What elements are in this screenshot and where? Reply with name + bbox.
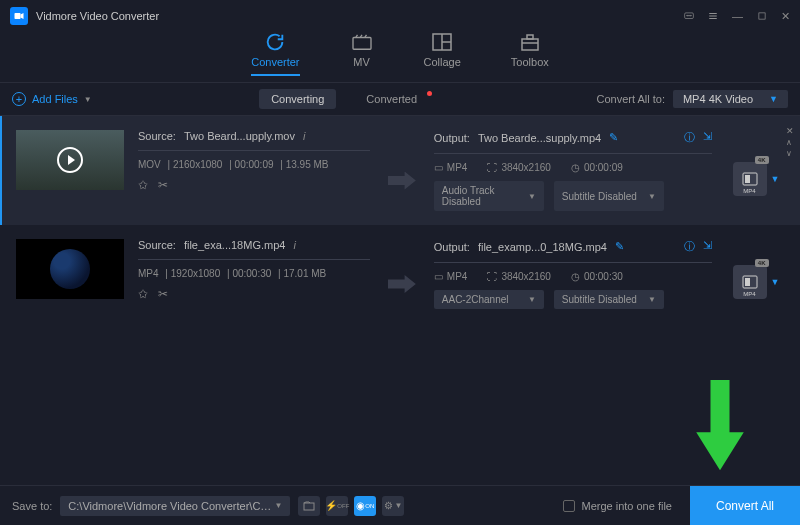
info-icon[interactable]: i [303,130,305,142]
close-icon[interactable]: ✕ [781,10,790,23]
save-to-label: Save to: [12,500,52,512]
format-icon: ▭ [434,271,443,282]
output-format-badge[interactable]: 4K MP4 [733,265,767,299]
chevron-down-icon[interactable]: ▼ [771,277,780,287]
info-icon[interactable]: ⓘ [684,239,695,254]
effects-icon[interactable]: ✩ [138,287,148,301]
converter-icon [263,32,287,52]
open-folder-button[interactable] [298,496,320,516]
info-icon[interactable]: ⓘ [684,130,695,145]
svg-rect-17 [745,175,750,183]
subtitle-select[interactable]: Subtitle Disabled▼ [554,290,664,309]
merge-checkbox[interactable]: Merge into one file [563,500,672,512]
maximize-icon[interactable] [757,10,767,23]
notification-dot [427,91,432,96]
remove-icon[interactable]: ✕ [786,126,794,136]
effects-icon[interactable]: ✩ [138,178,148,192]
clock-icon: ◷ [571,162,580,173]
subtitle-select[interactable]: Subtitle Disabled▼ [554,181,664,211]
chevron-down-icon[interactable]: ▼ [771,174,780,184]
audio-track-select[interactable]: Audio Track Disabled▼ [434,181,544,211]
arrow-icon [388,275,416,293]
info-icon[interactable]: i [293,239,295,251]
svg-rect-0 [15,13,21,19]
source-meta: MP4 | 1920x1080 | 00:00:30 | 17.01 MB [138,268,370,279]
app-title: Vidmore Video Converter [36,10,159,22]
clock-icon: ◷ [571,271,580,282]
video-thumbnail[interactable] [16,130,124,190]
arrow-icon [388,172,416,190]
convert-all-to-label: Convert All to: [596,93,664,105]
subtab-converted[interactable]: Converted [354,89,429,109]
earth-thumbnail [50,249,90,289]
svg-rect-20 [304,503,314,510]
move-up-icon[interactable]: ∧ [786,138,794,147]
edit-icon[interactable]: ✎ [609,131,618,144]
audio-track-select[interactable]: AAC-2Channel▼ [434,290,544,309]
add-files-button[interactable]: + Add Files ▼ [12,92,92,106]
resolution-icon: ⛶ [487,271,497,282]
format-icon: ▭ [434,162,443,173]
svg-rect-19 [745,278,750,286]
toolbox-icon [518,32,542,52]
app-logo [10,7,28,25]
plus-icon: + [12,92,26,106]
output-format-dropdown[interactable]: MP4 4K Video ▼ [673,90,788,108]
menu-icon[interactable] [708,10,718,23]
compress-icon[interactable]: ⇲ [703,130,712,145]
tab-mv[interactable]: MV [350,32,374,76]
settings-button[interactable]: ⚙▼ [382,496,404,516]
cut-icon[interactable]: ✂ [158,178,168,192]
convert-all-button[interactable]: Convert All [690,486,800,526]
subtab-converting[interactable]: Converting [259,89,336,109]
high-speed-on-button[interactable]: ◉ON [354,496,376,516]
tab-toolbox[interactable]: Toolbox [511,32,549,76]
file-row[interactable]: ✕ ∧ ∨ Source: Two Beard...upply.mov i MO… [0,116,800,225]
resolution-icon: ⛶ [487,162,497,173]
svg-rect-9 [353,38,371,50]
svg-point-2 [687,15,688,16]
minimize-icon[interactable]: — [732,10,743,23]
svg-rect-14 [527,35,533,39]
hardware-accel-off-button[interactable]: ⚡OFF [326,496,348,516]
compress-icon[interactable]: ⇲ [703,239,712,254]
play-icon [57,147,83,173]
edit-icon[interactable]: ✎ [615,240,624,253]
feedback-icon[interactable] [684,10,694,23]
collage-icon [430,32,454,52]
file-row[interactable]: Source: file_exa...18MG.mp4 i MP4 | 1920… [0,225,800,323]
output-format-badge[interactable]: 4K MP4 [733,162,767,196]
svg-rect-8 [759,13,765,19]
mv-icon [350,32,374,52]
svg-point-3 [689,15,690,16]
file-list: ✕ ∧ ∨ Source: Two Beard...upply.mov i MO… [0,116,800,436]
chevron-down-icon: ▼ [769,94,778,104]
svg-rect-13 [522,39,538,50]
source-meta: MOV | 2160x1080 | 00:00:09 | 13.95 MB [138,159,370,170]
save-path-dropdown[interactable]: C:\Vidmore\Vidmore Video Converter\Conve… [60,496,290,516]
checkbox-icon [563,500,575,512]
chevron-down-icon: ▼ [84,95,92,104]
tab-converter[interactable]: Converter [251,32,299,76]
tab-collage[interactable]: Collage [424,32,461,76]
cut-icon[interactable]: ✂ [158,287,168,301]
video-thumbnail[interactable] [16,239,124,299]
move-down-icon[interactable]: ∨ [786,149,794,158]
svg-point-4 [690,15,691,16]
